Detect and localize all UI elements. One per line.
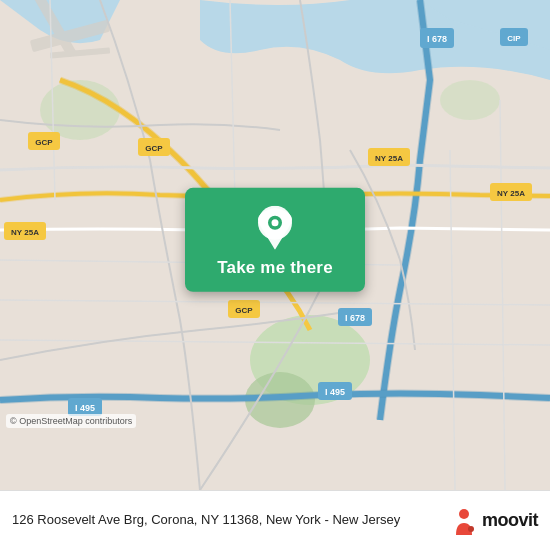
moovit-logo: moovit: [450, 507, 538, 535]
location-pin-icon: [256, 206, 294, 250]
svg-text:GCP: GCP: [145, 144, 163, 153]
svg-text:NY 25A: NY 25A: [497, 189, 525, 198]
take-me-there-button[interactable]: Take me there: [217, 258, 333, 278]
svg-text:I 495: I 495: [325, 387, 345, 397]
bottom-bar: 126 Roosevelt Ave Brg, Corona, NY 11368,…: [0, 490, 550, 550]
svg-text:CIP: CIP: [507, 34, 521, 43]
svg-point-32: [272, 219, 279, 226]
svg-text:GCP: GCP: [35, 138, 53, 147]
svg-point-4: [440, 80, 500, 120]
map-view: I 678 CIP GCP GCP NY 25A NY 25A NY 25A G…: [0, 0, 550, 490]
svg-point-33: [459, 509, 469, 519]
svg-point-34: [468, 526, 474, 532]
svg-text:NY 25A: NY 25A: [375, 154, 403, 163]
copyright-text: © OpenStreetMap contributors: [6, 414, 136, 428]
moovit-brand-text: moovit: [482, 510, 538, 531]
svg-text:I 495: I 495: [75, 403, 95, 413]
action-card: Take me there: [185, 188, 365, 292]
svg-text:I 678: I 678: [427, 34, 447, 44]
svg-text:GCP: GCP: [235, 306, 253, 315]
address-label: 126 Roosevelt Ave Brg, Corona, NY 11368,…: [12, 511, 442, 529]
svg-text:NY 25A: NY 25A: [11, 228, 39, 237]
moovit-icon: [450, 507, 478, 535]
cta-overlay: Take me there: [185, 188, 365, 292]
svg-text:I 678: I 678: [345, 313, 365, 323]
